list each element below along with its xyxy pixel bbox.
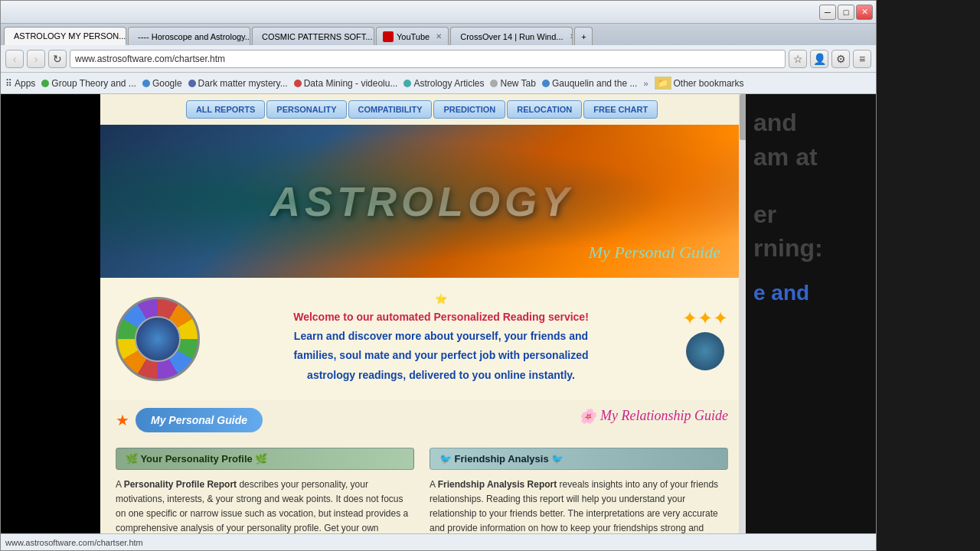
- forward-button[interactable]: ›: [27, 50, 45, 68]
- menu-icon[interactable]: ≡: [853, 50, 871, 68]
- nav-relocation[interactable]: RELOCATION: [507, 100, 582, 119]
- bm-dark-label: Dark matter mystery...: [198, 78, 288, 89]
- tab-close-cross[interactable]: ✕: [570, 32, 573, 41]
- settings-icon[interactable]: ⚙: [831, 50, 850, 68]
- personality-text: A Personality Profile Report describes y…: [116, 478, 414, 533]
- bm-group-theory[interactable]: Group Theory and ...: [41, 78, 136, 89]
- nav-personality[interactable]: PERSONALITY: [266, 100, 346, 119]
- bookmark-icon[interactable]: ☆: [789, 50, 807, 68]
- personality-col: 🌿 Your Personality Profile 🌿 A Personali…: [116, 448, 414, 533]
- friendship-text: A Friendship Analysis Report reveals ins…: [430, 478, 728, 533]
- bm-google[interactable]: Google: [142, 78, 182, 89]
- tab-close-yt[interactable]: ✕: [436, 32, 442, 41]
- welcome-text: Welcome to our automated Personalized Re…: [211, 308, 671, 385]
- relationship-guide: 🌸 My Relationship Guide: [579, 408, 728, 425]
- bm-more-button[interactable]: »: [643, 79, 648, 88]
- profile-icon[interactable]: 👤: [810, 50, 828, 68]
- star-decorations: ✦✦✦: [682, 308, 728, 370]
- banner-subtitle: My Personal Guide: [589, 243, 720, 262]
- nav-bar: ‹ › ↻ www.astrosoftware.com/chartser.htm…: [1, 45, 876, 73]
- globe-decoration: [686, 332, 724, 370]
- bm-dot-blue2: [542, 80, 550, 87]
- page-content: ALL REPORTS PERSONALITY COMPATIBILITY PR…: [1, 94, 876, 533]
- flower-icon: 🌸: [579, 408, 596, 425]
- bm-gauquelin[interactable]: Gauquelin and the ...: [542, 78, 637, 89]
- bm-other-label: Other bookmarks: [674, 78, 744, 89]
- new-tab-button[interactable]: +: [574, 27, 593, 45]
- star-icon: ★: [116, 411, 129, 429]
- status-url: www.astrosoftware.com/chartser.htm: [5, 538, 143, 547]
- bm-apps[interactable]: ⠿ Apps: [5, 78, 35, 89]
- bookmarks-bar: ⠿ Apps Group Theory and ... Google Dark …: [1, 73, 876, 94]
- bm-group-label: Group Theory and ...: [51, 78, 136, 89]
- bm-gauq-label: Gauquelin and the ...: [552, 78, 637, 89]
- bm-astro-label: Astrology Articles: [413, 78, 484, 89]
- url-text: www.astrosoftware.com/chartser.htm: [75, 54, 225, 64]
- bm-dot-green: [41, 80, 49, 87]
- side-text-2: er rning:: [753, 197, 868, 266]
- nav-all-reports[interactable]: ALL REPORTS: [186, 100, 265, 119]
- window-controls: ─ □ ✕: [819, 5, 873, 20]
- minimize-button[interactable]: ─: [819, 5, 836, 20]
- bm-folder-icon: 📁: [655, 77, 671, 90]
- star-decoration-1: ✦✦✦: [682, 308, 728, 329]
- side-panel: and am at er rning: e and: [746, 94, 876, 533]
- tab-label-horo: ---- Horoscope and Astrology...: [138, 32, 250, 41]
- bm-dot-red: [294, 80, 302, 87]
- close-button[interactable]: ✕: [856, 5, 873, 20]
- side-text-1: and am at: [753, 106, 868, 174]
- friendship-bold: Friendship Analysis Report: [438, 479, 557, 490]
- tab-horoscope[interactable]: ---- Horoscope and Astrology... ✕: [128, 27, 250, 45]
- website-frame: ALL REPORTS PERSONALITY COMPATIBILITY PR…: [100, 94, 743, 533]
- tab-label-cosmic: COSMIC PATTERNS SOFT...: [262, 32, 372, 41]
- tab-label-cross: CrossOver 14 | Run Wind...: [460, 32, 563, 41]
- welcome-section: ⭐ Welcome to our automated Personalized …: [100, 278, 743, 400]
- personality-bold: Personality Profile Report: [124, 479, 237, 490]
- nav-icons: ☆ 👤 ⚙ ≡: [789, 50, 871, 68]
- maximize-button[interactable]: □: [838, 5, 854, 20]
- personal-guide-container: ★ My Personal Guide: [116, 408, 263, 432]
- bm-astrology-articles[interactable]: Astrology Articles: [403, 78, 484, 89]
- refresh-button[interactable]: ↻: [48, 50, 67, 68]
- browser-window: ─ □ ✕ ASTROLOGY MY PERSON... ✕ ---- Horo…: [0, 0, 877, 551]
- bm-dot-teal: [403, 80, 411, 87]
- personality-header-text: 🌿 Your Personality Profile 🌿: [126, 453, 267, 465]
- bm-google-label: Google: [152, 78, 182, 89]
- tab-crossover[interactable]: CrossOver 14 | Run Wind... ✕: [450, 27, 573, 45]
- bm-newtab-label: New Tab: [500, 78, 535, 89]
- star-icon-left: ⭐: [435, 293, 447, 305]
- rel-guide-text: My Relationship Guide: [600, 408, 728, 424]
- bm-dark-matter[interactable]: Dark matter mystery...: [188, 78, 288, 89]
- guides-section: ★ My Personal Guide 🌸 My Relationship Gu…: [100, 400, 743, 440]
- tab-youtube[interactable]: YouTube ✕: [376, 27, 449, 45]
- tab-label-yt: YouTube: [397, 32, 430, 41]
- bm-dot-gray: [490, 80, 498, 87]
- bm-data-label: Data Mining - videolu...: [304, 78, 398, 89]
- nav-compatibility[interactable]: COMPATIBILITY: [348, 100, 433, 119]
- back-button[interactable]: ‹: [5, 50, 24, 68]
- friendship-header-text: 🐦 Friendship Analysis 🐦: [439, 453, 564, 465]
- reports-section: 🌿 Your Personality Profile 🌿 A Personali…: [100, 440, 743, 533]
- friendship-col: 🐦 Friendship Analysis 🐦 A Friendship Ana…: [430, 448, 728, 533]
- welcome-highlight: Welcome to our automated Personalized Re…: [293, 311, 589, 323]
- personal-guide-button[interactable]: My Personal Guide: [136, 408, 263, 432]
- tab-astrology[interactable]: ASTROLOGY MY PERSON... ✕: [4, 27, 126, 45]
- nav-prediction[interactable]: PREDICTION: [433, 100, 505, 119]
- tab-cosmic[interactable]: COSMIC PATTERNS SOFT... ✕: [252, 27, 374, 45]
- bm-new-tab[interactable]: New Tab: [490, 78, 535, 89]
- apps-icon: ⠿: [5, 78, 12, 89]
- bm-other-bookmarks[interactable]: 📁 Other bookmarks: [655, 77, 744, 90]
- tab-label-astro: ASTROLOGY MY PERSON...: [14, 31, 126, 41]
- welcome-content: ⭐ Welcome to our automated Personalized …: [211, 293, 671, 385]
- address-bar[interactable]: www.astrosoftware.com/chartser.htm: [70, 50, 786, 68]
- tab-bar: ASTROLOGY MY PERSON... ✕ ---- Horoscope …: [1, 24, 876, 45]
- bm-dot-blue: [142, 80, 150, 87]
- bm-apps-label: Apps: [15, 78, 35, 89]
- status-bar: www.astrosoftware.com/chartser.htm: [1, 533, 876, 550]
- friendship-header: 🐦 Friendship Analysis 🐦: [430, 448, 728, 470]
- tab-favicon-yt: [383, 31, 394, 42]
- bm-data-mining[interactable]: Data Mining - videolu...: [294, 78, 398, 89]
- side-text-3: e and: [753, 281, 868, 305]
- personality-header: 🌿 Your Personality Profile 🌿: [116, 448, 414, 470]
- nav-free-chart[interactable]: FREE CHART: [583, 100, 658, 119]
